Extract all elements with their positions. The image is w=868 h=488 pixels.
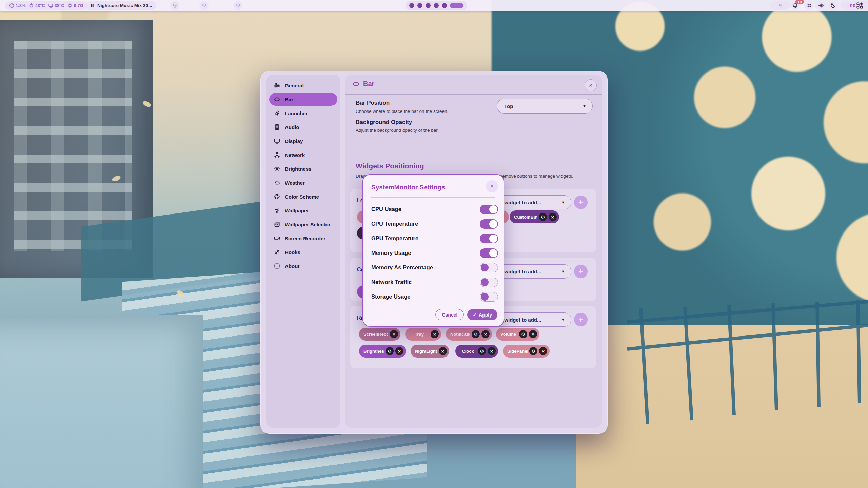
widget-chip-notification[interactable]: Notification... ⚙ × (446, 328, 492, 341)
sidebar-item-about[interactable]: About (269, 260, 337, 272)
memory-usage-toggle[interactable] (480, 248, 498, 258)
remove-icon[interactable]: × (439, 347, 447, 355)
cpu-usage-stat: 1.8% (9, 3, 26, 8)
widget-chip-sidepanel[interactable]: SidePanelT... ⚙ × (503, 345, 550, 358)
sidebar-item-label: Network (285, 152, 305, 158)
widget-chip-custombutton[interactable]: CustomButt... ⚙ × (510, 210, 559, 223)
remove-icon[interactable]: × (390, 330, 398, 338)
sidebar-item-general[interactable]: General (269, 79, 337, 92)
sidebar-item-label: About (285, 263, 299, 269)
clock-widget[interactable]: 00:28 (841, 1, 868, 10)
toggle-knob (489, 205, 497, 214)
widget-chip-nightlight[interactable]: NightLight × (411, 345, 449, 358)
sun-icon (818, 3, 824, 8)
sidebar-item-screen-recorder[interactable]: Screen Recorder (269, 232, 337, 245)
widget-chip-volume[interactable]: Volume ⚙ × (496, 328, 539, 341)
sidebar-item-network[interactable]: Network (269, 148, 337, 161)
workspace-dot[interactable] (442, 3, 447, 8)
cancel-button[interactable]: Cancel (435, 309, 464, 320)
workspace-dot[interactable] (409, 3, 414, 8)
night-light-button[interactable] (829, 1, 838, 10)
remove-icon[interactable]: × (539, 347, 547, 355)
sidebar-item-bar[interactable]: Bar (269, 93, 337, 106)
widget-chip-screenrecorder[interactable]: ScreenReco... × (359, 328, 400, 341)
sidebar-item-label: Audio (285, 124, 299, 130)
sidebar-item-launcher[interactable]: Launcher (269, 107, 337, 120)
remove-icon[interactable]: × (529, 330, 537, 338)
add-widget-button[interactable]: + (574, 196, 588, 209)
memory-as-percentage-toggle[interactable] (480, 263, 498, 272)
remove-icon[interactable]: × (481, 330, 490, 338)
bar-position-select[interactable]: Top ▼ (497, 99, 593, 114)
tray-app-button[interactable] (770, 1, 791, 10)
divider (371, 197, 495, 198)
toggle-knob (481, 278, 489, 286)
sidebar-item-hooks[interactable]: Hooks (269, 246, 337, 259)
system-stats-widget[interactable]: 1.8% 43°C 38°C 9.7G (5, 1, 88, 10)
apply-button[interactable]: ✓Apply (467, 309, 497, 320)
dashboard-button[interactable] (856, 2, 864, 9)
add-widget-button[interactable]: + (574, 313, 588, 326)
remove-icon[interactable]: × (488, 347, 496, 355)
remove-icon[interactable]: × (431, 330, 439, 338)
toggle-row-cpu-usage: CPU Usage (371, 202, 498, 217)
gear-icon[interactable]: ⚙ (478, 347, 486, 355)
info-icon (274, 263, 280, 269)
sidebar-item-label: Screen Recorder (285, 236, 326, 241)
cpu-temp-stat: 43°C (29, 3, 45, 8)
chevron-down-icon: ▼ (561, 269, 565, 273)
widget-chip-brightness[interactable]: Brightness ⚙ × (359, 345, 406, 358)
sun-icon (274, 165, 280, 172)
gear-icon[interactable]: ⚙ (472, 330, 480, 338)
favorite-button[interactable] (199, 1, 209, 10)
gear-icon[interactable]: ⚙ (519, 330, 527, 338)
sidebar-item-color-scheme[interactable]: Color Scheme (269, 190, 337, 203)
bar-position-label: Bar Position (356, 100, 390, 106)
gear-icon[interactable]: ⚙ (539, 213, 547, 221)
sidebar-item-wallpaper-selector[interactable]: Wallpaper Selector (269, 218, 337, 231)
toggle-knob (481, 264, 489, 271)
close-icon: × (589, 82, 593, 89)
window-close-button[interactable]: × (585, 79, 597, 92)
sidebar-item-audio[interactable]: Audio (269, 121, 337, 134)
widget-chip-clock[interactable]: Clock ⚙ × (455, 345, 498, 358)
workspace-dot[interactable] (426, 3, 431, 8)
like-button[interactable] (233, 1, 242, 10)
cpu-temperature-toggle[interactable] (480, 219, 498, 229)
brightness-button[interactable] (816, 1, 826, 10)
remove-icon[interactable]: × (549, 213, 557, 221)
dialog-close-button[interactable]: × (486, 180, 498, 192)
sidebar-item-display[interactable]: Display (269, 135, 337, 147)
flame-icon (29, 3, 34, 8)
sidebar-item-label: General (285, 83, 304, 88)
gear-icon[interactable]: ⚙ (529, 347, 537, 355)
notifications-button[interactable]: 10 (791, 1, 800, 10)
sidebar-item-weather[interactable]: Weather (269, 176, 337, 189)
storage-usage-toggle[interactable] (480, 292, 498, 302)
settings-sidebar: General Bar Launcher Audio Display Netwo… (266, 75, 340, 428)
tune-icon (274, 82, 280, 89)
workspace-dot[interactable] (417, 3, 422, 8)
background-opacity-description: Adjust the background opacity of the bar… (356, 128, 439, 133)
widget-chip-tray[interactable]: Tray × (405, 328, 441, 341)
workspace-active[interactable] (450, 3, 463, 8)
sidebar-item-brightness[interactable]: Brightness (269, 162, 337, 175)
oval-icon (274, 96, 280, 103)
page-title-text: Bar (363, 80, 374, 88)
cpu-usage-toggle[interactable] (480, 205, 498, 214)
sidebar-item-wallpaper[interactable]: Wallpaper (269, 204, 337, 217)
skull-button[interactable] (170, 1, 179, 10)
gear-icon[interactable]: ⚙ (386, 347, 394, 355)
top-bar: 1.8% 43°C 38°C 9.7G (0, 0, 868, 11)
desktop: 1.8% 43°C 38°C 9.7G (0, 0, 868, 488)
remove-icon[interactable]: × (395, 347, 403, 355)
toggle-knob (489, 220, 497, 228)
network-traffic-toggle[interactable] (480, 278, 498, 287)
workspace-indicator[interactable] (406, 1, 467, 10)
add-widget-button[interactable]: + (574, 265, 588, 278)
workspace-dot[interactable] (434, 3, 439, 8)
sidebar-item-label: Launcher (285, 110, 308, 116)
volume-button[interactable] (804, 1, 813, 10)
media-player-widget[interactable]: Nightcore Music Mix 20... (85, 1, 156, 10)
gpu-temperature-toggle[interactable] (480, 234, 498, 243)
